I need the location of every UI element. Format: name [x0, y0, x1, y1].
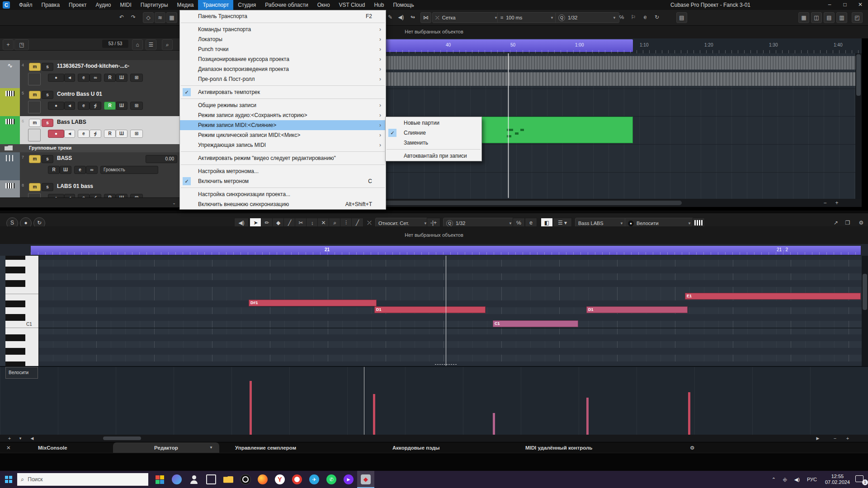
project-cursor[interactable] — [508, 53, 509, 198]
record-enable-button[interactable]: ● — [48, 102, 64, 110]
write-automation-button[interactable]: Ш — [116, 102, 127, 110]
monitor-button[interactable]: ◄ — [64, 130, 75, 138]
solo-button[interactable]: s — [42, 155, 53, 163]
warp-tool-icon[interactable]: ↬ — [408, 12, 418, 22]
close-lower-zone-icon[interactable]: ✕ — [6, 442, 11, 453]
menu-item[interactable]: Режим циклической записи MIDI:<Микс>› — [180, 130, 386, 140]
app-circle-icon[interactable] — [168, 471, 185, 488]
menubar-item-Правка[interactable]: Правка — [37, 0, 65, 10]
part-color-box[interactable] — [28, 101, 41, 113]
track-row-LABS 01 bass[interactable]: 8msLABS 01 bass●◄e⨗RШ⊞ — [0, 180, 193, 198]
firefox-icon[interactable] — [254, 471, 271, 488]
menubar-item-Файл[interactable]: Файл — [14, 0, 37, 10]
iterative-quantize-icon[interactable]: ℅ — [617, 12, 627, 22]
mute-button[interactable]: m — [29, 63, 41, 71]
automation-icon[interactable]: ≋ — [155, 12, 165, 23]
midi-note-D1[interactable]: D1 — [586, 306, 688, 313]
telegram-icon[interactable]: ✈ — [306, 471, 323, 488]
submenu-item[interactable]: Новые партии — [386, 118, 481, 128]
editor-cursor[interactable] — [446, 256, 446, 366]
window-layout-3-icon[interactable]: ▤ — [824, 12, 835, 23]
record-enable-button[interactable]: ● — [48, 74, 64, 82]
menu-item[interactable]: Активировать режим "видео следует редакт… — [180, 153, 386, 163]
track-row-Bass LABS[interactable]: 6msBass LABS●◄e⨗RШ⊞ — [0, 116, 193, 145]
velocity-bar[interactable] — [586, 398, 589, 435]
menubar-item-Проект[interactable]: Проект — [64, 0, 91, 10]
lanes-button[interactable]: ⊞ — [130, 102, 143, 110]
mute-button[interactable]: m — [29, 119, 41, 127]
menubar-item-Аудио[interactable]: Аудио — [91, 0, 116, 10]
submenu-item[interactable]: Заменить — [386, 138, 481, 148]
track-filter-icon[interactable]: ☰ — [146, 39, 156, 50]
menu-item[interactable]: Диапазон воспроизведения проекта› — [180, 64, 386, 74]
menubar-item-MIDI[interactable]: MIDI — [115, 0, 136, 10]
obs-icon[interactable] — [237, 471, 254, 488]
menubar-item-Hub[interactable]: Hub — [369, 0, 388, 10]
velocity-lane[interactable] — [0, 366, 868, 436]
track-row-BASS[interactable]: 7msBASS0.00RШe∞Громкость — [0, 152, 193, 181]
clock[interactable]: 12:55 07.02.2024 — [825, 474, 850, 485]
velocity-bar[interactable] — [250, 381, 252, 435]
media-player-icon[interactable]: ▶ — [340, 471, 357, 488]
record-enable-button[interactable]: ● — [48, 130, 64, 138]
menu-item[interactable]: Включить метроном✓C — [180, 176, 386, 186]
tab-Редактор[interactable]: Редактор▼ — [113, 442, 219, 453]
lanes-button[interactable]: ⊞ — [130, 74, 143, 82]
write-automation-button[interactable]: Ш — [116, 74, 127, 82]
tabs-gear-icon[interactable]: ⚙ — [690, 442, 694, 453]
read-automation-button[interactable]: R — [48, 166, 60, 174]
gain-value-box[interactable]: 0.00 — [146, 155, 177, 163]
zoom-in-icon[interactable]: + — [832, 198, 842, 207]
edit-channel-button[interactable]: e — [78, 102, 90, 110]
read-automation-button[interactable]: R — [104, 102, 116, 110]
mixer-icon[interactable]: ▦ — [166, 12, 177, 23]
tab-Управление семплером[interactable]: Управление семплером — [235, 442, 296, 453]
menu-item[interactable]: Локаторы› — [180, 34, 386, 44]
start-button[interactable] — [0, 471, 17, 488]
quantize-panel-icon[interactable]: e — [640, 12, 650, 22]
panel-collapse-icon[interactable]: ⌄ — [169, 198, 179, 208]
menu-item[interactable]: Панель ТранспортаF2 — [180, 11, 386, 21]
minimize-button[interactable]: – — [822, 0, 837, 10]
maximize-button[interactable]: □ — [837, 0, 853, 10]
midi-note-D1[interactable]: D1 — [374, 306, 486, 313]
audition-tool-icon[interactable]: ◀) — [396, 12, 406, 22]
menubar-item-Окно[interactable]: Окно — [313, 0, 335, 10]
action-center-icon[interactable]: 1 — [854, 471, 868, 488]
menu-item[interactable]: Пре-ролл & Пост-ролл› — [180, 74, 386, 84]
mute-button[interactable]: m — [29, 183, 41, 191]
close-button[interactable]: ✕ — [853, 0, 868, 10]
velocity-bar[interactable] — [373, 394, 375, 435]
tab-MixConsole[interactable]: MixConsole — [38, 442, 67, 453]
track-search-icon[interactable]: ⌕ — [162, 39, 173, 50]
zoom-out-icon[interactable]: − — [820, 198, 830, 207]
part-color-box[interactable] — [28, 73, 41, 85]
edit-channel-button[interactable]: e — [78, 74, 90, 82]
menu-item[interactable]: Режим записи аудио:<Сохранять историю>› — [180, 110, 386, 120]
redo-icon[interactable]: ↷ — [128, 12, 138, 22]
draw-tool-icon[interactable]: ✎ — [385, 12, 395, 22]
menu-item[interactable]: Позиционирование курсора проекта› — [180, 54, 386, 64]
monitor-button[interactable]: ◄ — [64, 74, 75, 82]
undo-icon[interactable]: ↶ — [117, 12, 127, 22]
menubar-item-Транспорт[interactable]: Транспорт — [198, 0, 233, 10]
insert-state-button[interactable]: ∞ — [86, 166, 98, 174]
solo-button[interactable]: s — [42, 63, 53, 71]
read-automation-button[interactable]: R — [104, 130, 116, 138]
read-automation-button[interactable]: R — [104, 74, 116, 82]
network-icon[interactable]: ⎆ — [783, 477, 787, 483]
midi-note-C1[interactable]: C1 — [493, 320, 578, 327]
mute-button[interactable]: m — [29, 91, 41, 99]
solo-button[interactable]: s — [42, 183, 53, 191]
menubar-item-Студия[interactable]: Студия — [233, 0, 260, 10]
volume-icon[interactable]: ◀) — [794, 477, 800, 483]
folder-row-group-tracks[interactable]: Групповые треки — [0, 144, 193, 153]
track-row-113636257-food-kitchen-...c-[interactable]: ∿4ms113636257-food-kitchen-...c-●◄e∞RШ⊞ — [0, 60, 193, 89]
submenu-item[interactable]: Автоквантайз при записи — [386, 151, 481, 161]
quantize-dropdown[interactable]: Q 1/32 ▼ — [555, 12, 619, 23]
arrange-vscrollbar[interactable] — [855, 53, 862, 199]
arrange-vscroll-thumb[interactable] — [856, 54, 861, 96]
grid-value-dropdown[interactable]: ⌗ 100 ms ▼ — [497, 12, 557, 23]
solo-button[interactable]: s — [42, 91, 53, 99]
controller-lane-label[interactable]: Велосити — [5, 367, 38, 379]
